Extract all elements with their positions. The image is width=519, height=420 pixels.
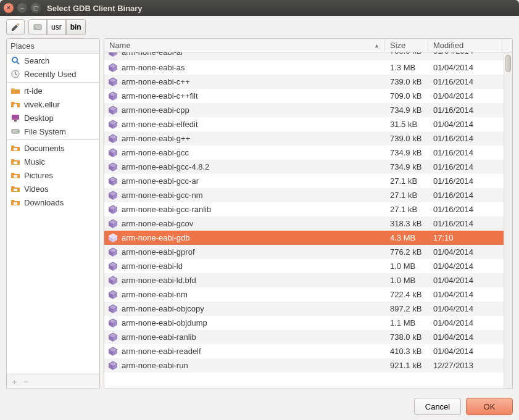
file-name-label: arm-none-eabi-gcc-ar xyxy=(122,176,199,186)
maximize-icon[interactable]: ▢ xyxy=(31,3,41,13)
file-modified-cell: 01/04/2014 xyxy=(430,290,504,299)
file-row[interactable]: arm-none-eabi-objdump1.1 MB01/04/2014 xyxy=(104,316,504,330)
breadcrumb-seg-1[interactable]: bin xyxy=(66,19,86,35)
sidebar-item[interactable]: File System xyxy=(7,125,99,138)
edit-path-button[interactable] xyxy=(6,19,25,35)
file-row[interactable]: arm-none-eabi-cpp734.9 kB01/16/2014 xyxy=(104,103,504,117)
file-row[interactable]: arm-none-eabi-ld.bfd1.0 MB01/04/2014 xyxy=(104,273,504,287)
file-row[interactable]: arm-none-eabi-g++739.0 kB01/16/2014 xyxy=(104,131,504,146)
sidebar-item-label: Videos xyxy=(24,184,49,194)
sidebar-item[interactable]: Recently Used xyxy=(7,67,99,81)
ok-button[interactable]: OK xyxy=(466,398,513,415)
file-row[interactable]: arm-none-eabi-gcc-ranlib27.1 kB01/16/201… xyxy=(104,202,504,216)
breadcrumb-seg-0[interactable]: usr xyxy=(47,19,66,35)
file-name-label: arm-none-eabi-as xyxy=(122,63,185,72)
breadcrumb: usr bin xyxy=(28,19,86,35)
file-row[interactable]: arm-none-eabi-ranlib738.0 kB01/04/2014 xyxy=(104,330,504,344)
sort-ascending-icon: ▲ xyxy=(374,43,380,49)
titlebar: ✕ – ▢ Select GDB Client Binary xyxy=(0,0,519,16)
sidebar-item[interactable]: Music xyxy=(7,155,99,168)
svg-rect-1 xyxy=(35,28,36,28)
col-mod-label: Modified xyxy=(433,41,463,50)
sidebar-item-label: vivek.ellur xyxy=(24,100,60,109)
file-modified-cell: 17:10 xyxy=(430,233,504,242)
file-name-cell: arm-none-eabi-elfedit xyxy=(104,120,386,130)
file-size-cell: 734.9 kB xyxy=(386,148,430,157)
file-row[interactable]: arm-none-eabi-gcc-ar27.1 kB01/16/2014 xyxy=(104,174,504,188)
file-size-cell: 1.0 MB xyxy=(386,276,430,285)
col-modified[interactable]: Modified xyxy=(428,39,502,52)
file-name-label: arm-none-eabi-gcov xyxy=(122,219,193,228)
cancel-button[interactable]: Cancel xyxy=(414,398,461,415)
file-row[interactable]: arm-none-eabi-gcc734.9 kB01/16/2014 xyxy=(104,146,504,160)
sidebar-item[interactable]: Videos xyxy=(7,182,99,196)
file-name-label: arm-none-eabi-objdump xyxy=(122,318,207,327)
sidebar-item-label: rt-ide xyxy=(24,86,43,96)
file-row[interactable]: arm-none-eabi-objcopy897.2 kB01/04/2014 xyxy=(104,302,504,316)
add-place-button[interactable]: + xyxy=(12,376,17,387)
scrollbar-thumb[interactable] xyxy=(505,55,511,72)
file-name-cell: arm-none-eabi-nm xyxy=(104,290,386,300)
file-row[interactable]: arm-none-eabi-c++739.0 kB01/16/2014 xyxy=(104,75,504,89)
sidebar-item[interactable]: Downloads xyxy=(7,196,99,209)
file-row[interactable]: arm-none-eabi-gdb4.3 MB17:10 xyxy=(104,231,504,245)
file-row[interactable]: arm-none-eabi-as1.3 MB01/04/2014 xyxy=(104,60,504,75)
file-row[interactable]: arm-none-eabi-run921.1 kB12/27/2013 xyxy=(104,358,504,373)
file-row[interactable]: arm-none-eabi-readelf410.3 kB01/04/2014 xyxy=(104,344,504,358)
file-row[interactable]: arm-none-eabi-ld1.0 MB01/04/2014 xyxy=(104,259,504,273)
executable-icon xyxy=(108,233,118,243)
executable-icon xyxy=(108,148,118,158)
file-modified-cell: 01/16/2014 xyxy=(430,134,504,143)
remove-place-button[interactable]: − xyxy=(23,376,29,387)
file-row[interactable]: arm-none-eabi-gcc-4.8.2734.9 kB01/16/201… xyxy=(104,160,504,174)
file-name-cell: arm-none-eabi-gcc xyxy=(104,148,386,158)
scrollbar-vertical[interactable] xyxy=(504,52,512,389)
sidebar-item[interactable]: rt-ide xyxy=(7,84,99,97)
file-modified-cell: 01/04/2014 xyxy=(430,91,504,101)
file-modified-cell: 01/16/2014 xyxy=(430,162,504,171)
file-size-cell: 734.9 kB xyxy=(386,105,430,115)
minimize-icon[interactable]: – xyxy=(17,3,27,13)
file-name-cell: arm-none-eabi-readelf xyxy=(104,347,386,356)
file-row[interactable]: arm-none-eabi-nm722.4 kB01/04/2014 xyxy=(104,287,504,302)
file-modified-cell: 01/16/2014 xyxy=(430,176,504,186)
file-modified-cell: 01/16/2014 xyxy=(430,219,504,228)
file-row[interactable]: arm-none-eabi-ar738.0 kB01/04/2014 xyxy=(104,52,504,60)
sidebar-item[interactable]: Desktop xyxy=(7,111,99,125)
file-row[interactable]: arm-none-eabi-gprof776.2 kB01/04/2014 xyxy=(104,245,504,259)
close-icon[interactable]: ✕ xyxy=(4,3,14,13)
file-list[interactable]: arm-none-eabi-ar738.0 kB01/04/2014arm-no… xyxy=(104,52,504,389)
file-size-cell: 1.1 MB xyxy=(386,318,430,327)
sidebar-item[interactable]: Pictures xyxy=(7,168,99,182)
places-sidebar: Places SearchRecently Usedrt-idevivek.el… xyxy=(6,38,100,389)
sidebar-item[interactable]: vivek.ellur xyxy=(7,97,99,111)
breadcrumb-label: usr xyxy=(51,23,62,31)
file-name-cell: arm-none-eabi-gcc-ranlib xyxy=(104,205,386,215)
file-row[interactable]: arm-none-eabi-gcc-nm27.1 kB01/16/2014 xyxy=(104,188,504,202)
file-row[interactable]: arm-none-eabi-c++filt709.0 kB01/04/2014 xyxy=(104,89,504,103)
file-size-cell: 738.0 kB xyxy=(386,52,430,56)
file-name-cell: arm-none-eabi-gcc-ar xyxy=(104,176,386,186)
file-name-label: arm-none-eabi-objcopy xyxy=(122,304,204,313)
file-name-cell: arm-none-eabi-objdump xyxy=(104,318,386,328)
file-row[interactable]: arm-none-eabi-elfedit31.5 kB01/04/2014 xyxy=(104,117,504,131)
svg-line-3 xyxy=(17,62,19,64)
col-size[interactable]: Size xyxy=(385,39,428,52)
file-name-cell: arm-none-eabi-c++ xyxy=(104,77,386,87)
col-name[interactable]: Name ▲ xyxy=(104,39,385,52)
executable-icon xyxy=(108,247,118,257)
svg-rect-5 xyxy=(12,115,19,120)
sidebar-item-label: Search xyxy=(24,56,49,65)
file-name-label: arm-none-eabi-gcc-4.8.2 xyxy=(122,162,209,171)
file-row[interactable]: arm-none-eabi-gcov318.3 kB01/16/2014 xyxy=(104,216,504,231)
file-modified-cell: 01/16/2014 xyxy=(430,148,504,157)
sidebar-item[interactable]: Documents xyxy=(7,141,99,155)
executable-icon xyxy=(108,205,118,215)
desktop-icon xyxy=(10,113,20,123)
breadcrumb-root[interactable] xyxy=(28,19,47,35)
executable-icon xyxy=(108,332,118,342)
file-name-cell: arm-none-eabi-c++filt xyxy=(104,91,386,101)
clock-icon xyxy=(10,69,20,79)
sidebar-item[interactable]: Search xyxy=(7,54,99,67)
file-modified-cell: 01/16/2014 xyxy=(430,77,504,86)
